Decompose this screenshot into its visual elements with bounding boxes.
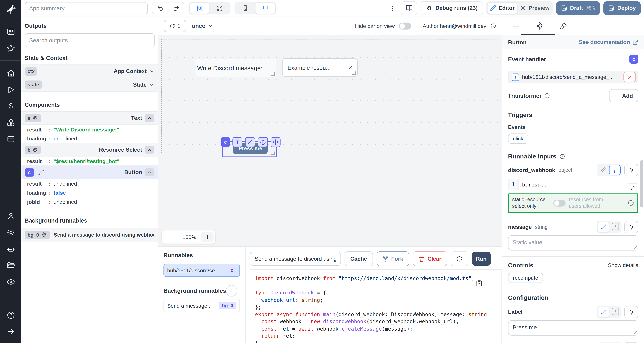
- sidebar-folders-icon[interactable]: [0, 257, 21, 274]
- plug-icon[interactable]: [624, 221, 638, 233]
- static-pencil-icon[interactable]: [598, 307, 609, 317]
- save-draft-button[interactable]: Draft ⌘S: [556, 1, 600, 15]
- chevron-down-icon[interactable]: [149, 68, 154, 74]
- resources-from-users-toggle[interactable]: [553, 200, 566, 206]
- tab-preview[interactable]: Preview: [518, 3, 552, 14]
- add-background-runnable-button[interactable]: [226, 285, 237, 296]
- sidebar-runs-icon[interactable]: [0, 82, 21, 98]
- info-icon[interactable]: [544, 93, 550, 99]
- pencil-icon[interactable]: [38, 169, 44, 175]
- deploy-button[interactable]: Deploy: [603, 1, 641, 15]
- canvas-resource-select-component[interactable]: Example resou...: [282, 58, 358, 77]
- mobile-view-button[interactable]: [236, 3, 255, 14]
- reload-code-button[interactable]: [451, 251, 468, 266]
- copy-code-icon[interactable]: [476, 280, 482, 287]
- tab-styling-brush-icon[interactable]: [559, 22, 567, 30]
- anchor-icon[interactable]: [258, 137, 268, 147]
- help-icon[interactable]: [0, 307, 21, 323]
- component-row-a[interactable]: a Text: [21, 111, 158, 125]
- output-row-state[interactable]: state State: [21, 78, 158, 92]
- refresh-count-button[interactable]: 1: [164, 20, 186, 32]
- code-editor[interactable]: import discordwebhook from "https://deno…: [250, 269, 502, 343]
- zoom-out-button[interactable]: [162, 230, 178, 244]
- debug-runs-button[interactable]: Debug runs (23): [421, 1, 483, 15]
- output-row-ctx[interactable]: ctx App Context: [21, 64, 158, 78]
- sidebar-audit-logs-icon[interactable]: [0, 274, 21, 290]
- redo-button[interactable]: [168, 2, 184, 14]
- schedule-mode-dropdown[interactable]: once: [192, 23, 214, 29]
- app-summary-input[interactable]: [24, 2, 148, 14]
- message-static-value-input[interactable]: [508, 235, 638, 250]
- collapse-chevron-up-icon[interactable]: [144, 114, 154, 122]
- desktop-view-button[interactable]: [255, 2, 276, 14]
- resize-handle[interactable]: [352, 72, 356, 75]
- plug-icon[interactable]: [624, 306, 638, 318]
- event-click-chip[interactable]: click: [508, 134, 528, 144]
- canvas-grid[interactable]: Write Discord message: Example resou... …: [162, 39, 498, 153]
- info-icon[interactable]: [490, 23, 496, 29]
- tab-editor[interactable]: Editor: [487, 2, 518, 14]
- collapse-chevron-up-icon[interactable]: [144, 168, 154, 176]
- background-runnable-item[interactable]: Send a message... bg_0: [164, 299, 240, 312]
- canvas-text-component[interactable]: Write Discord message:: [196, 59, 276, 77]
- static-pencil-icon[interactable]: [598, 165, 608, 174]
- show-details-link[interactable]: Show details: [608, 262, 638, 268]
- app-canvas[interactable]: Write Discord message: Example resou... …: [158, 35, 502, 246]
- sidebar-schedules-icon[interactable]: [0, 130, 21, 147]
- clear-button[interactable]: Clear: [413, 251, 447, 266]
- expand-icon[interactable]: [245, 137, 255, 147]
- textarea-resize-handle[interactable]: [634, 331, 637, 334]
- sidebar-home-icon[interactable]: [0, 65, 21, 81]
- add-transformer-button[interactable]: Add: [609, 89, 638, 102]
- fork-button[interactable]: Fork: [376, 251, 409, 266]
- tab-insert-plus-icon[interactable]: [512, 22, 520, 30]
- sidebar-favorites-icon[interactable]: [0, 40, 21, 56]
- discord-webhook-code-input[interactable]: 1 b.result: [508, 178, 638, 190]
- recompute-chip[interactable]: recompute: [508, 272, 543, 283]
- chevron-down-icon[interactable]: [149, 82, 154, 87]
- tab-component-settings-icon[interactable]: [536, 22, 544, 30]
- run-button[interactable]: Run: [472, 252, 490, 266]
- expand-editor-icon[interactable]: [628, 183, 637, 192]
- component-row-b[interactable]: b Resource Select: [21, 143, 158, 156]
- sidebar-apps-icon[interactable]: [0, 24, 21, 40]
- more-options-icon[interactable]: [388, 5, 398, 11]
- connect-function-icon[interactable]: f: [609, 165, 620, 176]
- clear-selection-x-icon[interactable]: [348, 65, 353, 70]
- sidebar-workers-icon[interactable]: [0, 240, 21, 257]
- component-row-c[interactable]: c Button: [21, 166, 158, 179]
- windmill-logo-icon[interactable]: [5, 4, 16, 15]
- static-pencil-icon[interactable]: [598, 222, 609, 232]
- expand-down-icon[interactable]: [232, 137, 242, 147]
- move-icon[interactable]: [271, 137, 280, 147]
- script-name-button[interactable]: Send a message to discord using: [250, 252, 341, 266]
- runnable-picker[interactable]: f hub/1511/discord/send_a_message_...: [508, 71, 638, 83]
- textarea-resize-handle[interactable]: [634, 246, 637, 249]
- documentation-book-button[interactable]: [401, 1, 417, 15]
- expand-sidebar-icon[interactable]: [0, 323, 21, 340]
- see-documentation-link[interactable]: See documentation: [579, 39, 638, 45]
- label-value-input[interactable]: Press me: [508, 320, 638, 336]
- search-outputs-input[interactable]: [24, 33, 155, 47]
- sidebar-resources-icon[interactable]: [0, 114, 21, 130]
- collapse-chevron-up-icon[interactable]: [144, 146, 154, 154]
- runnable-item-selected[interactable]: hub/1511/discord/se... c: [164, 264, 240, 277]
- resize-handle[interactable]: [271, 72, 275, 76]
- sidebar-users-icon[interactable]: [0, 208, 21, 224]
- cache-button[interactable]: Cache: [345, 251, 373, 266]
- undo-button[interactable]: [152, 2, 168, 14]
- fullwidth-layout-button[interactable]: [210, 3, 230, 14]
- zoom-in-button[interactable]: [201, 232, 214, 242]
- center-layout-button[interactable]: [189, 2, 210, 14]
- plug-icon[interactable]: [624, 342, 638, 343]
- hide-bar-toggle[interactable]: [399, 22, 411, 29]
- plug-icon[interactable]: [624, 164, 638, 176]
- resize-handle[interactable]: [271, 152, 275, 155]
- remove-runnable-button[interactable]: [624, 72, 636, 82]
- sidebar-settings-icon[interactable]: [0, 224, 21, 240]
- info-icon[interactable]: [559, 154, 565, 159]
- connect-function-icon[interactable]: f: [610, 222, 620, 231]
- connect-function-icon[interactable]: f: [610, 307, 620, 316]
- sidebar-variables-icon[interactable]: [0, 98, 21, 114]
- background-runnable-row[interactable]: bg_0 Send a message to discord using web…: [21, 228, 158, 242]
